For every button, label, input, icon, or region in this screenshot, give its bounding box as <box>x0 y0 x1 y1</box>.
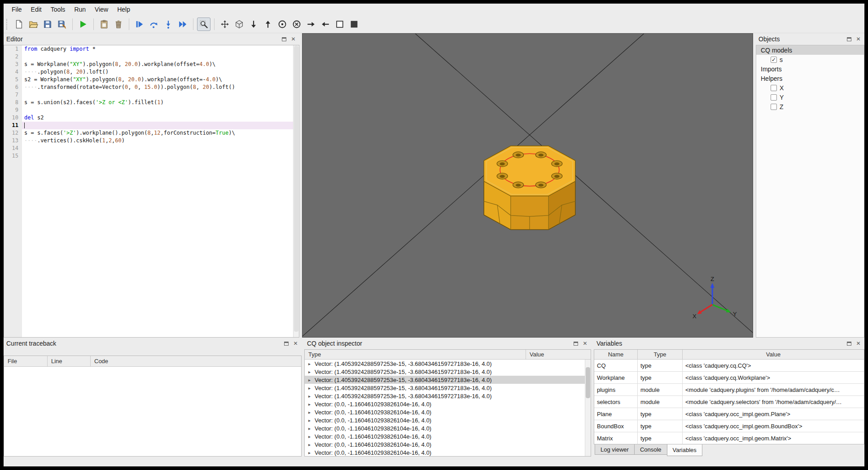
expand-arrow-icon[interactable]: ▸ <box>308 394 315 399</box>
iso-view-button[interactable] <box>232 18 246 31</box>
editor-line-13[interactable]: 13····.vertices().cskHole(1,2,60) <box>4 137 299 145</box>
inspector-scrollbar[interactable] <box>585 360 591 456</box>
inspector-row[interactable]: ▸Vector: (0.0, -1.1604610293826104e-16, … <box>305 440 585 448</box>
objects-item-helpers[interactable]: Helpers <box>756 74 864 83</box>
editor-line-4[interactable]: 4····.polygon(8, 20).loft() <box>4 68 299 76</box>
expand-arrow-icon[interactable]: ▸ <box>308 418 315 423</box>
checkbox-z[interactable] <box>771 104 777 110</box>
debug-button[interactable] <box>133 18 146 31</box>
inspector-row[interactable]: ▸Vector: (1.4053924288597253e-15, -3.680… <box>305 392 585 400</box>
checkbox-y[interactable] <box>771 94 777 101</box>
inspector-row[interactable]: ▸Vector: (1.4053924288597253e-15, -3.680… <box>305 384 585 392</box>
float-panel-icon[interactable] <box>281 36 287 43</box>
menu-help[interactable]: Help <box>113 4 135 14</box>
editor-line-15[interactable]: 15 <box>4 152 299 160</box>
close-panel-icon[interactable]: ✕ <box>582 340 588 347</box>
float-panel-icon[interactable] <box>283 340 289 347</box>
variable-row-selectors[interactable]: selectorsmodule<module 'cadquery.selecto… <box>594 396 864 408</box>
editor-scrollbar[interactable] <box>293 45 299 337</box>
right-view-button[interactable] <box>319 18 332 31</box>
objects-item-s[interactable]: ✓s <box>756 55 864 64</box>
inspector-row[interactable]: ▸Vector: (0.0, -1.1604610293826104e-16, … <box>305 432 585 440</box>
inspector-row[interactable]: ▸Vector: (1.4053924288597253e-15, -3.680… <box>305 360 585 368</box>
paste-button[interactable] <box>97 18 111 31</box>
close-panel-icon[interactable]: ✕ <box>292 340 299 347</box>
top-view-button[interactable] <box>247 18 260 31</box>
expand-arrow-icon[interactable]: ▸ <box>308 386 315 391</box>
zoom-fit-button[interactable] <box>197 18 210 31</box>
fit-all-button[interactable] <box>218 18 232 31</box>
inspector-row[interactable]: ▸Vector: (1.4053924288597253e-15, -3.680… <box>305 376 585 384</box>
menu-view[interactable]: View <box>90 4 113 14</box>
objects-item-z[interactable]: Z <box>756 102 864 111</box>
close-panel-icon[interactable]: ✕ <box>855 340 862 347</box>
variable-row-workplane[interactable]: Workplanetype<class 'cadquery.cq.Workpla… <box>594 372 864 384</box>
back-view-button[interactable] <box>290 18 303 31</box>
menu-tools[interactable]: Tools <box>46 4 70 14</box>
float-panel-icon[interactable] <box>846 340 852 347</box>
objects-item-y[interactable]: Y <box>756 92 864 102</box>
inspector-row[interactable]: ▸Vector: (0.0, -1.1604610293826104e-16, … <box>305 400 585 408</box>
editor-line-3[interactable]: 3s = Workplane("XY").polygon(8, 20.0).wo… <box>4 61 299 68</box>
variable-row-cq[interactable]: CQtype<class 'cadquery.cq.CQ'> <box>594 360 864 372</box>
render-button[interactable] <box>76 18 90 31</box>
bottom-view-button[interactable] <box>261 18 275 31</box>
front-view-button[interactable] <box>276 18 289 31</box>
editor-line-1[interactable]: 1from cadquery import * <box>4 45 299 53</box>
expand-arrow-icon[interactable]: ▸ <box>308 369 315 374</box>
continue-button[interactable] <box>176 18 189 31</box>
expand-arrow-icon[interactable]: ▸ <box>308 450 315 455</box>
objects-item-imports[interactable]: Imports <box>756 64 864 74</box>
editor-line-14[interactable]: 14 <box>4 145 299 152</box>
expand-arrow-icon[interactable]: ▸ <box>308 361 315 366</box>
editor-line-8[interactable]: 8s = s.union(s2).faces('>Z or <Z').fille… <box>4 99 299 106</box>
inspector-row[interactable]: ▸Vector: (0.0, -1.1604610293826104e-16, … <box>305 408 585 416</box>
expand-arrow-icon[interactable]: ▸ <box>308 410 315 415</box>
editor-line-7[interactable]: 7 <box>4 91 299 99</box>
editor-scrollbar-thumb[interactable] <box>294 46 298 332</box>
editor-line-2[interactable]: 2 <box>4 53 299 61</box>
save-button[interactable] <box>41 18 54 31</box>
step-over-button[interactable] <box>147 18 161 31</box>
editor-line-12[interactable]: 12s = s.faces('>Z').workplane().polygon(… <box>4 129 299 137</box>
objects-item-x[interactable]: X <box>756 83 864 92</box>
tab-log-viewer[interactable]: Log viewer <box>595 444 635 455</box>
inspector-scrollbar-thumb[interactable] <box>586 367 590 398</box>
code-editor[interactable]: 1from cadquery import *23s = Workplane("… <box>4 45 299 338</box>
expand-arrow-icon[interactable]: ▸ <box>308 426 315 431</box>
viewport-canvas[interactable]: Z Y X <box>302 34 753 337</box>
editor-line-5[interactable]: 5s2 = Workplane("XY").polygon(8, 20.0).w… <box>4 76 299 83</box>
inspector-row[interactable]: ▸Vector: (0.0, -1.1604610293826104e-16, … <box>305 424 585 432</box>
menu-run[interactable]: Run <box>70 4 90 14</box>
save-as-button[interactable] <box>55 18 69 31</box>
step-into-button[interactable] <box>162 18 175 31</box>
inspector-row[interactable]: ▸Vector: (0.0, -1.1604610293826104e-16, … <box>305 416 585 424</box>
expand-arrow-icon[interactable]: ▸ <box>308 442 315 447</box>
objects-item-cq-models[interactable]: CQ models <box>756 45 864 55</box>
new-file-button[interactable] <box>12 18 26 31</box>
close-panel-icon[interactable]: ✕ <box>290 36 297 43</box>
variable-row-matrix[interactable]: Matrixtype<class 'cadquery.occ_impl.geom… <box>594 432 864 444</box>
expand-arrow-icon[interactable]: ▸ <box>308 434 315 439</box>
menu-edit[interactable]: Edit <box>26 4 46 14</box>
tab-variables[interactable]: Variables <box>667 444 702 456</box>
objects-panel-titlebar[interactable]: Objects ✕ <box>756 33 864 45</box>
expand-arrow-icon[interactable]: ▸ <box>308 378 315 382</box>
float-panel-icon[interactable] <box>572 340 579 347</box>
float-panel-icon[interactable] <box>846 36 852 43</box>
left-view-button[interactable] <box>304 18 318 31</box>
variable-row-plugins[interactable]: pluginsmodule<module 'cadquery.plugins' … <box>594 384 864 396</box>
checkbox-x[interactable] <box>771 85 777 91</box>
variables-panel-titlebar[interactable]: Variables ✕ <box>594 338 864 349</box>
tab-console[interactable]: Console <box>634 444 667 455</box>
close-panel-icon[interactable]: ✕ <box>855 36 862 43</box>
traceback-panel-titlebar[interactable]: Current traceback ✕ <box>4 338 302 349</box>
shaded-button[interactable] <box>347 18 361 31</box>
editor-line-11[interactable]: 11 <box>4 122 299 129</box>
inspector-panel-titlebar[interactable]: CQ object inspector ✕ <box>304 338 591 349</box>
editor-line-10[interactable]: 10del s2 <box>4 114 299 122</box>
wireframe-button[interactable] <box>333 18 346 31</box>
viewport-3d[interactable]: Z Y X <box>302 33 753 338</box>
inspector-row[interactable]: ▸Vector: (0.0, -1.1604610293826104e-16, … <box>305 448 585 456</box>
variable-row-plane[interactable]: Planetype<class 'cadquery.occ_impl.geom.… <box>594 408 864 420</box>
